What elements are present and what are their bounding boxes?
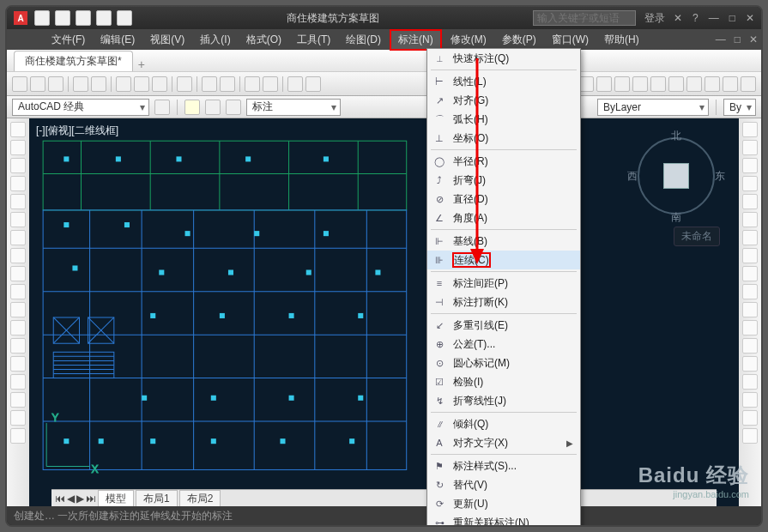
tb-dim9-icon[interactable] <box>705 76 720 92</box>
mirror-tool-icon[interactable] <box>742 158 758 173</box>
dd-item-i[interactable]: ☑检验(I) <box>427 372 580 391</box>
ellipse-tool-icon[interactable] <box>10 212 26 227</box>
dd-item-q[interactable]: ⫽倾斜(Q) <box>427 414 580 433</box>
circle-tool-icon[interactable] <box>10 158 26 173</box>
workspace-combo[interactable]: AutoCAD 经典 <box>12 99 149 116</box>
copy-tool-icon[interactable] <box>742 140 758 155</box>
menu-insert[interactable]: 插入(I) <box>193 31 237 49</box>
new-tab-icon[interactable]: + <box>138 57 145 71</box>
layer-freeze-icon[interactable] <box>205 100 221 115</box>
tb-match-icon[interactable] <box>177 76 192 92</box>
qat-undo-icon[interactable] <box>96 10 112 26</box>
dd-item-b[interactable]: ⊩基线(B) <box>427 232 580 251</box>
extend-tool-icon[interactable] <box>742 302 758 317</box>
dd-item-p[interactable]: ≡标注间距(P) <box>427 274 580 293</box>
tab-nav-next-icon[interactable]: ▶ <box>76 493 84 505</box>
dd-item-s[interactable]: ⚑标注样式(S)... <box>427 456 580 475</box>
dd-item-a[interactable]: ∠角度(A) <box>427 209 580 227</box>
compass-north[interactable]: 北 <box>671 129 681 143</box>
menu-file[interactable]: 文件(F) <box>45 31 92 49</box>
ws-settings-icon[interactable] <box>154 100 170 115</box>
model-tab[interactable]: 模型 <box>98 490 134 507</box>
trim-tool-icon[interactable] <box>742 284 758 299</box>
dd-item-r[interactable]: ◯半径(R) <box>427 152 580 171</box>
file-tab-active[interactable]: 商住楼建筑方案草图* <box>14 51 133 71</box>
tb-pan-icon[interactable] <box>245 76 260 92</box>
tb-cut-icon[interactable] <box>116 76 131 92</box>
menu-help[interactable]: 帮助(H) <box>597 31 646 49</box>
minimize-icon[interactable]: — <box>709 12 719 24</box>
tb-new-icon[interactable] <box>12 76 27 92</box>
dd-item-j[interactable]: ⤴折弯(J) <box>427 171 580 190</box>
ray-tool-icon[interactable] <box>10 356 26 372</box>
arc-tool-icon[interactable] <box>10 176 26 191</box>
tab-nav-last-icon[interactable]: ⏭ <box>86 493 96 505</box>
tb-paste-icon[interactable] <box>152 76 167 92</box>
point-tool-icon[interactable] <box>10 284 26 299</box>
dd-item-d[interactable]: ⊘直径(D) <box>427 190 580 209</box>
array-tool-icon[interactable] <box>742 194 758 209</box>
block-tool-icon[interactable] <box>10 392 26 408</box>
dd-item-x[interactable]: A对齐文字(X)▶ <box>427 433 580 452</box>
region-tool-icon[interactable] <box>10 302 26 317</box>
dd-item-k[interactable]: ⊣标注打断(K) <box>427 293 580 311</box>
lineweight-combo[interactable]: By <box>723 99 756 116</box>
scale-tool-icon[interactable] <box>742 248 758 263</box>
extra1-icon[interactable] <box>10 428 26 444</box>
stretch-tool-icon[interactable] <box>742 266 758 281</box>
tb-dim7-icon[interactable] <box>668 76 684 92</box>
menubar-close-icon[interactable]: ✕ <box>749 33 758 45</box>
close-icon[interactable]: ✕ <box>746 12 754 24</box>
tb-dim4-icon[interactable] <box>614 76 630 92</box>
menu-view[interactable]: 视图(V) <box>143 31 191 49</box>
layer-combo[interactable]: ByLayer <box>597 99 709 116</box>
offset-tool-icon[interactable] <box>742 176 758 191</box>
menubar-min-icon[interactable]: — <box>716 33 726 45</box>
maximize-icon[interactable]: □ <box>729 12 735 24</box>
menu-window[interactable]: 窗口(W) <box>545 31 596 49</box>
layout2-tab[interactable]: 布局2 <box>179 490 221 507</box>
tb-redo-icon[interactable] <box>220 76 235 92</box>
chamfer-tool-icon[interactable] <box>742 356 758 372</box>
donut-tool-icon[interactable] <box>10 374 26 390</box>
dd-item-o[interactable]: ⊥坐标(O) <box>427 129 580 148</box>
dd-item-l[interactable]: ⊢线性(L) <box>427 72 580 91</box>
mod-extra2-icon[interactable] <box>742 428 758 444</box>
menu-tools[interactable]: 工具(T) <box>290 31 337 49</box>
tb-save-icon[interactable] <box>48 76 63 92</box>
table-tool-icon[interactable] <box>10 266 26 281</box>
qat-redo-icon[interactable] <box>117 10 132 26</box>
exchange-icon[interactable]: ✕ <box>674 12 682 24</box>
move-tool-icon[interactable] <box>742 212 758 227</box>
menu-draw[interactable]: 绘图(D) <box>339 31 388 49</box>
view-cube[interactable]: 北 南 东 西 <box>629 129 723 223</box>
ucs-unnamed-label[interactable]: 未命名 <box>674 227 720 246</box>
tb-undo-icon[interactable] <box>202 76 217 92</box>
dd-item-v[interactable]: ↻替代(V) <box>427 475 580 494</box>
dd-item-g[interactable]: ↗对齐(G) <box>427 91 580 110</box>
erase-tool-icon[interactable] <box>742 122 758 137</box>
dd-item-e[interactable]: ↙多重引线(E) <box>427 316 580 335</box>
dd-item-u[interactable]: ⟳更新(U) <box>427 494 580 513</box>
help-icon[interactable]: ? <box>692 12 698 24</box>
tb-open-icon[interactable] <box>30 76 45 92</box>
tb-dim8-icon[interactable] <box>686 76 702 92</box>
dd-item-n[interactable]: ⊶重新关联标注(N) <box>427 513 580 527</box>
tb-dim3-icon[interactable] <box>596 76 612 92</box>
tb-preview-icon[interactable] <box>91 76 106 92</box>
layer-lock-icon[interactable] <box>226 100 241 115</box>
line-tool-icon[interactable] <box>10 122 26 137</box>
qat-open-icon[interactable] <box>55 10 70 26</box>
dd-item-t[interactable]: ⊕公差(T)... <box>427 335 580 354</box>
join-tool-icon[interactable] <box>742 338 758 354</box>
mod-extra1-icon[interactable] <box>742 410 758 426</box>
layout1-tab[interactable]: 布局1 <box>136 490 178 507</box>
compass-south[interactable]: 南 <box>671 210 681 225</box>
qat-new-icon[interactable] <box>34 10 50 26</box>
tb-zoom-icon[interactable] <box>263 76 278 92</box>
pline-tool-icon[interactable] <box>10 140 26 155</box>
mtext-icon[interactable] <box>10 410 26 426</box>
tb-dim6-icon[interactable] <box>650 76 666 92</box>
dd-item-m[interactable]: ⊙圆心标记(M) <box>427 354 580 372</box>
menu-format[interactable]: 格式(O) <box>239 31 288 49</box>
